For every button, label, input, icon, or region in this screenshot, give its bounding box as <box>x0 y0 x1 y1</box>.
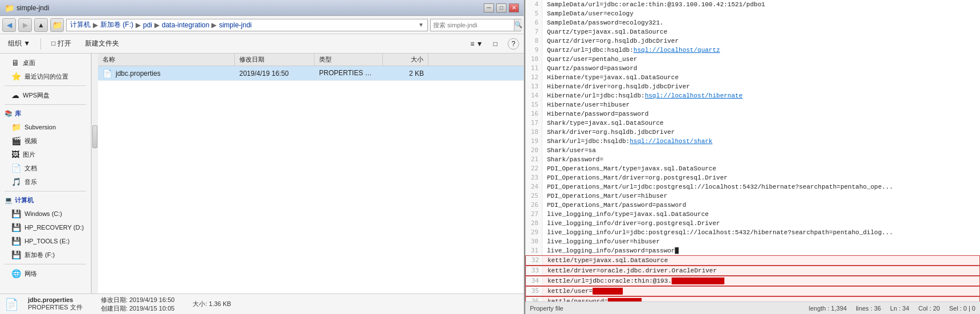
line-text: PDI_Operations_Mart/url=jdbc:postgresql:… <box>542 182 980 191</box>
path-dropdown-arrow[interactable]: ▼ <box>418 22 424 28</box>
sidebar-item-hp-recovery[interactable]: 💾 HP_RECOVERY (D:) <box>0 221 91 234</box>
sidebar-scrollbar[interactable] <box>91 54 98 293</box>
editor-status-lines: lines : 36 <box>856 305 881 312</box>
minimize-button[interactable]: ─ <box>484 3 494 13</box>
close-button[interactable]: ✕ <box>509 3 519 13</box>
sidebar-item-network[interactable]: 🌐 网络 <box>0 267 91 280</box>
line-row: 13Hibernate/driver=org.hsqldb.jdbcDriver <box>525 82 980 91</box>
forward-button[interactable]: ▶ <box>18 18 32 32</box>
path-computer[interactable]: 计算机 <box>70 20 91 30</box>
line-number: 31 <box>525 246 542 255</box>
hp-tools-icon: 💾 <box>11 236 21 246</box>
nav-divider-2 <box>5 104 86 105</box>
sidebar-section-library[interactable]: 📚 库 <box>0 107 91 120</box>
line-row: 23PDI_Operations_Mart/driver=org.postgre… <box>525 173 980 182</box>
col-header-name[interactable]: 名称 <box>98 54 235 66</box>
new-folder-button[interactable]: 新建文件夹 <box>81 38 122 50</box>
editor-status-filetype: Property file <box>530 305 799 312</box>
line-number: 13 <box>525 82 542 91</box>
recent-label: 最近访问的位置 <box>24 72 68 81</box>
sidebar-item-desktop[interactable]: 🖥 桌面 <box>0 56 91 70</box>
line-text: PDI_Operations_Mart/type=javax.sql.DataS… <box>542 164 980 173</box>
sidebar-scroll-thumb[interactable] <box>92 125 97 148</box>
address-path[interactable]: 计算机 ▶ 新加卷 (F:) ▶ pdi ▶ data-integration … <box>66 19 428 31</box>
col-header-date[interactable]: 修改日期 <box>235 54 315 66</box>
open-label: □ 打开 <box>51 39 71 48</box>
help-button[interactable]: ? <box>508 38 519 50</box>
line-text: Shark/url=jdbc:hsqldb:hsql://localhost/s… <box>542 137 980 146</box>
line-number: 29 <box>525 228 542 237</box>
line-number: 7 <box>525 27 542 36</box>
status-filename: jdbc.properties <box>28 296 83 303</box>
new-volume-icon: 💾 <box>11 250 21 259</box>
sidebar-item-recent[interactable]: ⭐ 最近访问的位置 <box>0 70 91 83</box>
new-folder-label: 新建文件夹 <box>85 39 119 48</box>
line-text: SampleData/url=jdbc:oracle:thin:@193.100… <box>542 0 980 9</box>
line-number: 28 <box>525 219 542 228</box>
file-name: jdbc.properties <box>116 70 161 78</box>
editor-content[interactable]: 4SampleData/url=jdbc:oracle:thin:@193.10… <box>525 0 980 301</box>
sidebar-item-wps[interactable]: ☁ WPS网盘 <box>0 88 91 102</box>
line-number: 32 <box>526 256 543 265</box>
line-text: kettle/password=█████████ <box>543 297 979 301</box>
help-icon: ? <box>512 40 516 48</box>
preview-button[interactable]: □ <box>493 40 497 48</box>
line-row: 8Quartz/driver=org.hsqldb.jdbcDriver <box>525 36 980 46</box>
line-text: PDI_Operations_Mart/user=hibuser <box>542 191 980 201</box>
line-row: 18Shark/driver=org.hsqldb.jdbcDriver <box>525 128 980 137</box>
line-row: 11Quartz/password=password <box>525 64 980 73</box>
editor-status-length: length : 1,394 <box>808 305 847 312</box>
line-number: 11 <box>525 64 542 73</box>
line-row: 17Shark/type=javax.sql.DataSource <box>525 119 980 128</box>
library-label: 库 <box>15 109 21 118</box>
path-drive[interactable]: 新加卷 (F:) <box>100 20 133 30</box>
line-text: Shark/type=javax.sql.DataSource <box>542 119 980 128</box>
up-button[interactable]: ▲ <box>34 18 48 32</box>
line-number: 10 <box>525 55 542 64</box>
organize-label: 组织 ▼ <box>8 39 30 48</box>
col-header-type[interactable]: 类型 <box>315 54 383 66</box>
sidebar-item-new-volume[interactable]: 💾 新加卷 (F:) <box>0 248 91 262</box>
table-row[interactable]: 📄 jdbc.properties 2019/4/19 16:50 PROPER… <box>98 66 524 81</box>
sidebar-item-document[interactable]: 📄 文档 <box>0 161 91 175</box>
path-simple-jndi[interactable]: simple-jndi <box>219 21 251 29</box>
main-content: 🖥 桌面 ⭐ 最近访问的位置 ☁ WPS网盘 📚 库 📁 Subversion <box>0 54 524 293</box>
video-label: 视频 <box>24 137 37 145</box>
maximize-button[interactable]: □ <box>496 3 507 13</box>
line-text: live_logging_info/password=passwor█ <box>542 246 980 255</box>
sidebar-item-hp-tools[interactable]: 💾 HP_TOOLS (E:) <box>0 234 91 248</box>
line-text: Shark/driver=org.hsqldb.jdbcDriver <box>542 128 980 137</box>
line-number: 8 <box>525 36 542 46</box>
sidebar-item-video[interactable]: 🎬 视频 <box>0 134 91 148</box>
sidebar-item-music[interactable]: 🎵 音乐 <box>0 175 91 189</box>
line-number: 26 <box>525 201 542 210</box>
line-row: 34kettle/url=jdbc:oracle:thin:@193.█████… <box>525 276 980 286</box>
organize-button[interactable]: 组织 ▼ <box>5 38 34 50</box>
back-button[interactable]: ◀ <box>2 18 16 32</box>
line-text: Quartz/password=password <box>542 64 980 73</box>
line-row: 35kettle/user=████████ <box>525 286 980 296</box>
status-file-icon: 📄 <box>5 297 19 311</box>
line-row: 6SampleData/password=ecology321. <box>525 18 980 27</box>
sidebar-section-computer[interactable]: 💻 计算机 <box>0 194 91 207</box>
col-header-size[interactable]: 大小 <box>383 54 428 66</box>
picture-label: 图片 <box>23 150 35 159</box>
line-row: 9Quartz/url=jdbc:hsqldb:hsql://localhost… <box>525 46 980 55</box>
sidebar-item-windows-c[interactable]: 💾 Windows (C:) <box>0 207 91 221</box>
search-input[interactable] <box>431 22 514 28</box>
line-number: 25 <box>525 191 542 201</box>
library-icon: 📚 <box>5 110 13 117</box>
search-icon[interactable]: 🔍 <box>514 19 522 31</box>
open-button[interactable]: □ 打开 <box>48 38 75 50</box>
file-list-header: 名称 修改日期 类型 大小 <box>98 54 524 66</box>
folder-icon-btn[interactable]: 📁 <box>50 18 64 32</box>
network-icon: 🌐 <box>11 269 21 278</box>
view-toggle-button[interactable]: ≡ ▼ <box>471 40 483 48</box>
line-number: 21 <box>525 155 542 164</box>
sidebar-item-subversion[interactable]: 📁 Subversion <box>0 120 91 134</box>
path-pdi[interactable]: pdi <box>143 21 152 29</box>
line-number: 5 <box>525 9 542 18</box>
sidebar-item-picture[interactable]: 🖼 图片 <box>0 148 91 161</box>
path-data-integration[interactable]: data-integration <box>162 21 209 29</box>
line-text: kettle/type=javax.sql.DataSource <box>543 256 979 265</box>
